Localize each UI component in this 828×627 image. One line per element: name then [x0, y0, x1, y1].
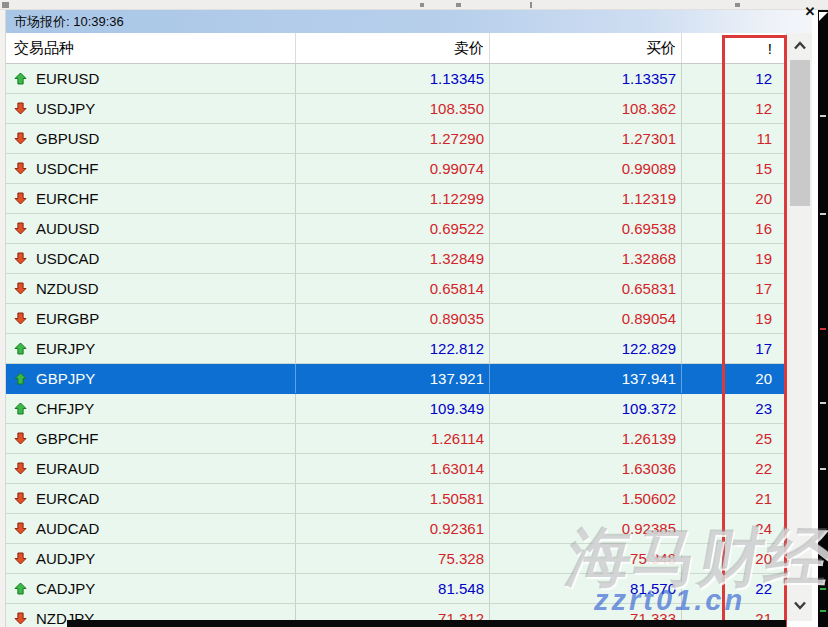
scroll-up-icon[interactable] — [787, 33, 813, 57]
symbol-label: EURGBP — [36, 310, 99, 327]
close-icon[interactable]: ✕ — [800, 2, 820, 21]
table-row[interactable]: CADJPY 81.548 81.570 22 — [6, 574, 786, 604]
spread-value: 12 — [682, 94, 786, 123]
arrow-down-icon — [14, 102, 27, 115]
spread-value: 19 — [682, 244, 786, 273]
arrow-up-icon — [14, 372, 27, 385]
arrow-down-icon — [14, 462, 27, 475]
symbol-label: EURJPY — [36, 340, 95, 357]
table-row[interactable]: USDJPY 108.350 108.362 12 — [6, 94, 786, 124]
arrow-down-icon — [14, 132, 27, 145]
quotes-table: EURUSD 1.13345 1.13357 12 USDJPY 108.350… — [6, 64, 786, 627]
table-header: 交易品种 卖价 买价 ! — [6, 33, 786, 64]
buy-price: 0.65831 — [490, 274, 682, 303]
table-row[interactable]: AUDUSD 0.69522 0.69538 16 — [6, 214, 786, 244]
spread-value: 20 — [682, 364, 786, 393]
symbol-cell: USDCHF — [6, 154, 296, 183]
table-row[interactable]: GBPCHF 1.26114 1.26139 25 — [6, 424, 786, 454]
table-row[interactable]: EURAUD 1.63014 1.63036 22 — [6, 454, 786, 484]
symbol-cell: GBPCHF — [6, 424, 296, 453]
chart-tick-green — [820, 588, 826, 590]
arrow-down-icon — [14, 162, 27, 175]
spread-value: 11 — [682, 124, 786, 153]
scroll-down-icon[interactable] — [787, 593, 813, 617]
arrow-down-icon — [14, 282, 27, 295]
symbol-label: GBPCHF — [36, 430, 99, 447]
symbol-cell: EURJPY — [6, 334, 296, 363]
sell-price: 137.921 — [296, 364, 490, 393]
chart-corner-marker — [819, 12, 828, 21]
scrollbar-thumb[interactable] — [790, 60, 810, 206]
symbol-label: USDJPY — [36, 100, 95, 117]
buy-price: 0.92385 — [490, 514, 682, 543]
arrow-down-icon — [14, 522, 27, 535]
spread-value: 20 — [682, 184, 786, 213]
spread-value: 20 — [682, 544, 786, 573]
symbol-cell: NZDUSD — [6, 274, 296, 303]
symbol-label: USDCAD — [36, 250, 99, 267]
sell-price: 0.92361 — [296, 514, 490, 543]
symbol-cell: EURCAD — [6, 484, 296, 513]
table-row[interactable]: GBPUSD 1.27290 1.27301 11 — [6, 124, 786, 154]
table-row[interactable]: EURUSD 1.13345 1.13357 12 — [6, 64, 786, 94]
buy-price: 1.32868 — [490, 244, 682, 273]
toolbar-mark — [735, 3, 740, 7]
chart-tick — [820, 115, 826, 117]
symbol-cell: EURCHF — [6, 184, 296, 213]
table-row[interactable]: AUDJPY 75.328 75.348 20 — [6, 544, 786, 574]
table-row[interactable]: EURCAD 1.50581 1.50602 21 — [6, 484, 786, 514]
column-header-spread[interactable]: ! — [682, 33, 786, 63]
arrow-up-icon — [14, 72, 27, 85]
column-header-sell[interactable]: 卖价 — [296, 33, 490, 63]
column-header-symbol[interactable]: 交易品种 — [6, 33, 296, 63]
vertical-scrollbar[interactable] — [786, 33, 812, 621]
titlebar[interactable]: 市场报价: 10:39:36 — [6, 10, 812, 33]
symbol-cell: GBPUSD — [6, 124, 296, 153]
chart-edge-strip — [818, 10, 828, 627]
table-row[interactable]: EURGBP 0.89035 0.89054 19 — [6, 304, 786, 334]
symbol-label: USDCHF — [36, 160, 99, 177]
buy-price: 109.372 — [490, 394, 682, 423]
sell-price: 122.812 — [296, 334, 490, 363]
market-watch-screen: 市场报价: 10:39:36 ✕ 交易品种 卖价 买价 ! EURUSD 1.1… — [0, 0, 828, 627]
table-row[interactable]: GBPJPY 137.921 137.941 20 — [6, 364, 786, 394]
symbol-cell: AUDJPY — [6, 544, 296, 573]
table-row[interactable]: USDCAD 1.32849 1.32868 19 — [6, 244, 786, 274]
symbol-cell: GBPJPY — [6, 364, 296, 393]
chart-tick — [820, 468, 826, 470]
symbol-label: AUDJPY — [36, 550, 95, 567]
table-row[interactable]: AUDCAD 0.92361 0.92385 24 — [6, 514, 786, 544]
symbol-label: CHFJPY — [36, 400, 94, 417]
symbol-cell: EURGBP — [6, 304, 296, 333]
spread-value: 15 — [682, 154, 786, 183]
table-row[interactable]: CHFJPY 109.349 109.372 23 — [6, 394, 786, 424]
sell-price: 1.63014 — [296, 454, 490, 483]
buy-price: 1.26139 — [490, 424, 682, 453]
spread-value: 12 — [682, 64, 786, 93]
sell-price: 1.32849 — [296, 244, 490, 273]
spread-value: 22 — [682, 454, 786, 483]
table-row[interactable]: EURJPY 122.812 122.829 17 — [6, 334, 786, 364]
spread-value: 24 — [682, 514, 786, 543]
buy-price: 1.27301 — [490, 124, 682, 153]
buy-price: 137.941 — [490, 364, 682, 393]
sell-price: 109.349 — [296, 394, 490, 423]
arrow-down-icon — [14, 192, 27, 205]
sell-price: 1.13345 — [296, 64, 490, 93]
table-row[interactable]: EURCHF 1.12299 1.12319 20 — [6, 184, 786, 214]
buy-price: 1.13357 — [490, 64, 682, 93]
symbol-label: AUDUSD — [36, 220, 99, 237]
spread-value: 21 — [682, 484, 786, 513]
arrow-up-icon — [14, 342, 27, 355]
buy-price: 0.89054 — [490, 304, 682, 333]
symbol-label: AUDCAD — [36, 520, 99, 537]
spread-value: 25 — [682, 424, 786, 453]
buy-price: 122.829 — [490, 334, 682, 363]
column-header-buy[interactable]: 买价 — [490, 33, 682, 63]
table-row[interactable]: NZDUSD 0.65814 0.65831 17 — [6, 274, 786, 304]
table-row[interactable]: USDCHF 0.99074 0.99089 15 — [6, 154, 786, 184]
spread-value: 16 — [682, 214, 786, 243]
sell-price: 75.328 — [296, 544, 490, 573]
symbol-cell: USDJPY — [6, 94, 296, 123]
symbol-cell: USDCAD — [6, 244, 296, 273]
